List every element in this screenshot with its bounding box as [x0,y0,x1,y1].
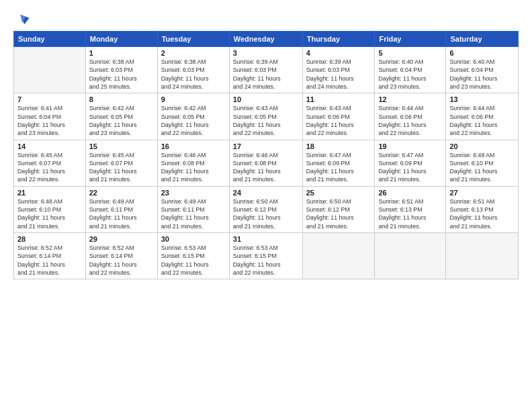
day-number: 26 [378,189,442,197]
day-info: Sunrise: 6:45 AM Sunset: 6:07 PM Dayligh… [17,151,82,184]
logo-icon [15,12,30,27]
day-info: Sunrise: 6:38 AM Sunset: 6:03 PM Dayligh… [161,58,226,91]
day-number: 11 [306,95,371,103]
day-info: Sunrise: 6:50 AM Sunset: 6:12 PM Dayligh… [306,197,371,230]
day-info: Sunrise: 6:47 AM Sunset: 6:09 PM Dayligh… [306,151,371,184]
day-number: 27 [449,189,515,197]
day-number: 6 [449,49,515,57]
day-info: Sunrise: 6:48 AM Sunset: 6:10 PM Dayligh… [449,151,515,184]
day-number: 10 [233,95,299,103]
calendar-cell: 22Sunrise: 6:49 AM Sunset: 6:11 PM Dayli… [85,186,157,232]
day-number: 14 [17,142,82,150]
day-number: 9 [161,95,226,103]
calendar-header-tuesday: Tuesday [157,32,229,47]
day-number: 17 [233,142,299,150]
calendar-cell: 4Sunrise: 6:39 AM Sunset: 6:03 PM Daylig… [302,47,375,93]
calendar-cell: 15Sunrise: 6:45 AM Sunset: 6:07 PM Dayli… [85,140,157,186]
calendar-week-row: 21Sunrise: 6:48 AM Sunset: 6:10 PM Dayli… [14,186,519,232]
logo [13,12,30,27]
day-info: Sunrise: 6:43 AM Sunset: 6:06 PM Dayligh… [306,104,371,137]
day-info: Sunrise: 6:40 AM Sunset: 6:04 PM Dayligh… [449,58,515,91]
calendar-week-row: 7Sunrise: 6:41 AM Sunset: 6:04 PM Daylig… [14,93,519,140]
calendar-cell: 7Sunrise: 6:41 AM Sunset: 6:04 PM Daylig… [14,93,86,140]
day-number: 24 [233,189,299,197]
day-number: 30 [161,235,226,243]
day-info: Sunrise: 6:40 AM Sunset: 6:04 PM Dayligh… [378,58,442,91]
calendar-cell [14,47,86,93]
calendar-cell: 18Sunrise: 6:47 AM Sunset: 6:09 PM Dayli… [302,140,375,186]
header [13,12,519,27]
day-number: 21 [17,189,82,197]
calendar-cell: 6Sunrise: 6:40 AM Sunset: 6:04 PM Daylig… [446,47,519,93]
calendar-header-friday: Friday [375,32,446,47]
calendar-cell [302,233,375,279]
calendar-table: SundayMondayTuesdayWednesdayThursdayFrid… [13,31,519,279]
day-info: Sunrise: 6:49 AM Sunset: 6:11 PM Dayligh… [89,197,154,230]
day-info: Sunrise: 6:47 AM Sunset: 6:09 PM Dayligh… [378,151,442,184]
calendar-cell: 13Sunrise: 6:44 AM Sunset: 6:06 PM Dayli… [446,93,519,140]
day-number: 20 [449,142,515,150]
day-info: Sunrise: 6:39 AM Sunset: 6:03 PM Dayligh… [233,58,299,91]
calendar-cell: 31Sunrise: 6:53 AM Sunset: 6:15 PM Dayli… [229,233,302,279]
calendar-cell [446,233,519,279]
calendar-cell: 29Sunrise: 6:52 AM Sunset: 6:14 PM Dayli… [85,233,157,279]
day-info: Sunrise: 6:53 AM Sunset: 6:15 PM Dayligh… [161,244,226,277]
day-info: Sunrise: 6:52 AM Sunset: 6:14 PM Dayligh… [17,244,82,277]
day-number: 28 [17,235,82,243]
day-info: Sunrise: 6:42 AM Sunset: 6:05 PM Dayligh… [161,104,226,137]
calendar-header-row: SundayMondayTuesdayWednesdayThursdayFrid… [14,32,519,47]
day-number: 2 [161,49,226,57]
day-info: Sunrise: 6:42 AM Sunset: 6:05 PM Dayligh… [89,104,154,137]
day-info: Sunrise: 6:51 AM Sunset: 6:13 PM Dayligh… [378,197,442,230]
calendar-cell: 10Sunrise: 6:43 AM Sunset: 6:05 PM Dayli… [229,93,302,140]
calendar-week-row: 1Sunrise: 6:38 AM Sunset: 6:03 PM Daylig… [14,47,519,93]
day-number: 12 [378,95,442,103]
calendar-cell: 20Sunrise: 6:48 AM Sunset: 6:10 PM Dayli… [446,140,519,186]
calendar-cell: 9Sunrise: 6:42 AM Sunset: 6:05 PM Daylig… [157,93,229,140]
calendar-cell: 21Sunrise: 6:48 AM Sunset: 6:10 PM Dayli… [14,186,86,232]
calendar-cell: 23Sunrise: 6:49 AM Sunset: 6:11 PM Dayli… [157,186,229,232]
day-number: 16 [161,142,226,150]
day-info: Sunrise: 6:50 AM Sunset: 6:12 PM Dayligh… [233,197,299,230]
day-number: 31 [233,235,299,243]
calendar-cell: 12Sunrise: 6:44 AM Sunset: 6:06 PM Dayli… [375,93,446,140]
calendar-cell: 2Sunrise: 6:38 AM Sunset: 6:03 PM Daylig… [157,47,229,93]
day-info: Sunrise: 6:43 AM Sunset: 6:05 PM Dayligh… [233,104,299,137]
day-info: Sunrise: 6:45 AM Sunset: 6:07 PM Dayligh… [89,151,154,184]
day-info: Sunrise: 6:39 AM Sunset: 6:03 PM Dayligh… [306,58,371,91]
day-number: 15 [89,142,154,150]
calendar-cell: 11Sunrise: 6:43 AM Sunset: 6:06 PM Dayli… [302,93,375,140]
day-info: Sunrise: 6:46 AM Sunset: 6:08 PM Dayligh… [233,151,299,184]
calendar-cell: 25Sunrise: 6:50 AM Sunset: 6:12 PM Dayli… [302,186,375,232]
day-info: Sunrise: 6:38 AM Sunset: 6:03 PM Dayligh… [89,58,154,91]
calendar-cell: 8Sunrise: 6:42 AM Sunset: 6:05 PM Daylig… [85,93,157,140]
calendar-cell: 3Sunrise: 6:39 AM Sunset: 6:03 PM Daylig… [229,47,302,93]
calendar-cell: 28Sunrise: 6:52 AM Sunset: 6:14 PM Dayli… [14,233,86,279]
day-number: 25 [306,189,371,197]
day-info: Sunrise: 6:53 AM Sunset: 6:15 PM Dayligh… [233,244,299,277]
day-number: 29 [89,235,154,243]
calendar-cell: 16Sunrise: 6:46 AM Sunset: 6:08 PM Dayli… [157,140,229,186]
day-number: 1 [89,49,154,57]
day-info: Sunrise: 6:41 AM Sunset: 6:04 PM Dayligh… [17,104,82,137]
day-info: Sunrise: 6:49 AM Sunset: 6:11 PM Dayligh… [161,197,226,230]
calendar-cell: 17Sunrise: 6:46 AM Sunset: 6:08 PM Dayli… [229,140,302,186]
calendar-cell: 5Sunrise: 6:40 AM Sunset: 6:04 PM Daylig… [375,47,446,93]
day-number: 8 [89,95,154,103]
day-number: 13 [449,95,515,103]
calendar-cell: 24Sunrise: 6:50 AM Sunset: 6:12 PM Dayli… [229,186,302,232]
calendar-header-sunday: Sunday [14,32,86,47]
calendar-cell: 1Sunrise: 6:38 AM Sunset: 6:03 PM Daylig… [85,47,157,93]
calendar-week-row: 14Sunrise: 6:45 AM Sunset: 6:07 PM Dayli… [14,140,519,186]
day-info: Sunrise: 6:51 AM Sunset: 6:13 PM Dayligh… [449,197,515,230]
day-info: Sunrise: 6:46 AM Sunset: 6:08 PM Dayligh… [161,151,226,184]
calendar-cell: 27Sunrise: 6:51 AM Sunset: 6:13 PM Dayli… [446,186,519,232]
day-number: 7 [17,95,82,103]
calendar-week-row: 28Sunrise: 6:52 AM Sunset: 6:14 PM Dayli… [14,233,519,279]
calendar-cell: 19Sunrise: 6:47 AM Sunset: 6:09 PM Dayli… [375,140,446,186]
day-info: Sunrise: 6:48 AM Sunset: 6:10 PM Dayligh… [17,197,82,230]
day-number: 19 [378,142,442,150]
calendar-cell: 26Sunrise: 6:51 AM Sunset: 6:13 PM Dayli… [375,186,446,232]
calendar-header-wednesday: Wednesday [229,32,302,47]
calendar-header-thursday: Thursday [302,32,375,47]
